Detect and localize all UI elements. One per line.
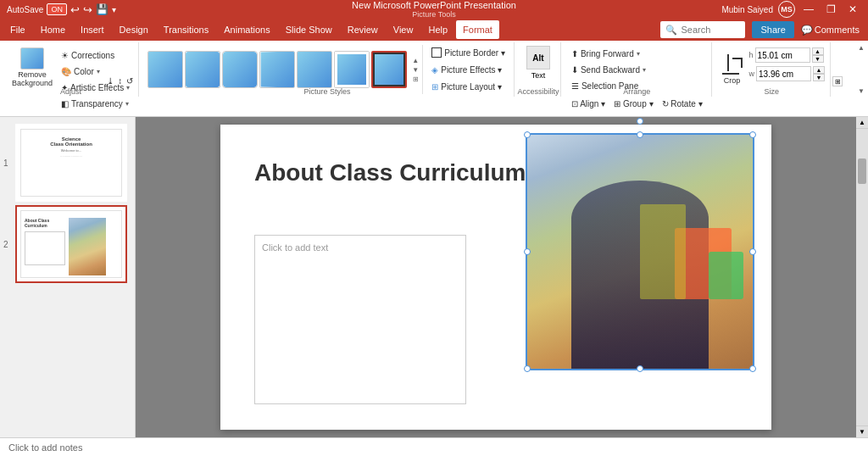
- menu-transitions[interactable]: Transitions: [157, 20, 215, 39]
- menu-home[interactable]: Home: [34, 20, 72, 39]
- pic-style-1[interactable]: [147, 51, 183, 88]
- remove-background-button[interactable]: RemoveBackground: [8, 46, 56, 90]
- search-input[interactable]: [681, 25, 740, 35]
- app-title: New Microsoft PowerPoint Presentation: [352, 0, 516, 10]
- arrange-label: Arrange: [563, 87, 711, 97]
- slide-1-thumbnail[interactable]: ScienceClass Orientation Welcome to... .…: [15, 124, 127, 202]
- scroll-thumb[interactable]: [858, 158, 866, 184]
- remove-bg-icon: [20, 47, 44, 70]
- slide-2-content: About ClassCurriculum: [20, 210, 122, 278]
- ribbon-scroll-down[interactable]: ▼: [858, 87, 865, 95]
- width-up-button[interactable]: ▲: [813, 66, 825, 74]
- autosave-toggle[interactable]: ON: [47, 3, 67, 15]
- width-down-button[interactable]: ▼: [813, 74, 825, 81]
- text-placeholder[interactable]: Click to add text: [254, 235, 466, 404]
- comments-button[interactable]: 💬 Comments: [796, 23, 865, 37]
- slide-2-thumbnail[interactable]: About ClassCurriculum: [15, 205, 127, 283]
- picture-border-button[interactable]: Picture Border ▾: [428, 45, 509, 60]
- pic-style-5[interactable]: [297, 51, 332, 88]
- rotate-handle[interactable]: [637, 118, 643, 125]
- share-button[interactable]: Share: [752, 21, 793, 38]
- reset-icon: ↺: [126, 76, 133, 86]
- adjust-label: Adjust: [3, 87, 138, 97]
- pic-style-4[interactable]: [259, 51, 295, 88]
- corrections-icon: ☀: [61, 51, 69, 60]
- picture-styles-gallery: [146, 51, 409, 88]
- scroll-up-arrow[interactable]: ▲: [410, 56, 420, 64]
- height-down-button[interactable]: ▼: [812, 55, 824, 63]
- pic-style-6[interactable]: [334, 51, 370, 88]
- change-picture-button[interactable]: ↕: [116, 73, 124, 88]
- height-input[interactable]: [755, 47, 810, 63]
- menu-review[interactable]: Review: [341, 20, 385, 39]
- picture-effects-button[interactable]: ◈ Picture Effects ▾: [428, 62, 509, 77]
- size-expand-button[interactable]: ⊞: [832, 76, 843, 86]
- send-backward-button[interactable]: ⬇ Send Backward ▾: [568, 62, 706, 77]
- ribbon-content: RemoveBackground ☀ Corrections 🎨 Color ▾…: [0, 41, 868, 98]
- accessibility-label: Accessibility: [516, 87, 560, 97]
- menu-format[interactable]: Format: [456, 20, 499, 39]
- compress-icon: ⤓: [107, 76, 114, 86]
- color-icon: 🎨: [61, 67, 71, 76]
- autosave-label: AutoSave: [7, 5, 43, 14]
- scroll-up-button[interactable]: ▲: [856, 117, 868, 129]
- size-group: Crop h ▲ ▼ w ▲: [714, 42, 832, 97]
- alt-text-button[interactable]: Alt Text: [521, 44, 555, 92]
- scroll-track[interactable]: [856, 129, 868, 425]
- bring-forward-icon: ⬆: [571, 49, 578, 58]
- minimize-button[interactable]: —: [800, 1, 817, 18]
- height-label: h: [749, 51, 754, 59]
- width-label: w: [749, 70, 755, 78]
- menu-bar: File Home Insert Design Transitions Anim…: [0, 19, 868, 41]
- slide-panel: 1 ScienceClass Orientation Welcome to...…: [0, 117, 136, 437]
- user-avatar[interactable]: MS: [778, 1, 795, 18]
- pic-style-3[interactable]: [222, 51, 258, 88]
- align-button[interactable]: ⊡ Align ▾: [568, 96, 609, 111]
- restore-button[interactable]: ❐: [822, 1, 839, 18]
- bring-forward-button[interactable]: ⬆ Bring Forward ▾: [568, 46, 706, 61]
- scroll-expand-arrow[interactable]: ⊞: [410, 75, 420, 83]
- pic-style-7[interactable]: [371, 51, 407, 88]
- customize-qat-icon[interactable]: ▾: [112, 5, 116, 14]
- save-icon[interactable]: 💾: [96, 3, 108, 15]
- menu-view[interactable]: View: [387, 20, 420, 39]
- user-name: Mubin Saiyed: [721, 5, 773, 14]
- size-label: Size: [714, 87, 831, 97]
- redo-icon[interactable]: ↪: [83, 3, 92, 16]
- height-up-button[interactable]: ▲: [812, 47, 824, 55]
- transparency-button[interactable]: ◧ Transparency ▾: [58, 96, 133, 111]
- width-input[interactable]: [756, 66, 811, 81]
- ribbon-scroll-up[interactable]: ▲: [858, 44, 865, 52]
- transparency-icon: ◧: [61, 99, 69, 108]
- styles-scroll[interactable]: ▲ ▼ ⊞: [410, 56, 420, 83]
- right-scrollbar: ▲ ▼: [856, 117, 868, 437]
- scroll-down-arrow[interactable]: ▼: [410, 65, 420, 74]
- close-button[interactable]: ✕: [844, 1, 861, 18]
- compress-pictures-button[interactable]: ⤓: [105, 73, 115, 88]
- menu-slideshow[interactable]: Slide Show: [279, 20, 339, 39]
- menu-file[interactable]: File: [3, 20, 32, 39]
- menu-help[interactable]: Help: [421, 20, 454, 39]
- scroll-down-button[interactable]: ▼: [856, 425, 868, 437]
- reset-picture-button[interactable]: ↺: [125, 73, 135, 88]
- notes-bar[interactable]: Click to add notes: [0, 437, 868, 456]
- slide-2-number: 2: [3, 240, 12, 249]
- canvas-area[interactable]: About Class Curriculum Click to add text: [136, 117, 856, 437]
- lab-image-content: [526, 133, 754, 370]
- size-inputs: h ▲ ▼ w ▲ ▼: [749, 47, 826, 81]
- crop-button[interactable]: Crop: [719, 47, 746, 92]
- search-box[interactable]: 🔍: [660, 21, 745, 38]
- rotate-button[interactable]: ↻ Rotate ▾: [659, 96, 706, 111]
- group-button[interactable]: ⊞ Group ▾: [610, 96, 656, 111]
- pic-style-2[interactable]: [185, 51, 220, 88]
- menu-insert[interactable]: Insert: [74, 20, 111, 39]
- alt-text-icon: Alt: [526, 46, 550, 70]
- picture-styles-group: ▲ ▼ ⊞ Picture Border ▾ ◈ Picture Effects…: [141, 42, 515, 97]
- placeholder-text: Click to add text: [262, 242, 328, 253]
- undo-icon[interactable]: ↩: [70, 3, 80, 16]
- accessibility-group: Alt Text Accessibility: [516, 42, 561, 97]
- corrections-button[interactable]: ☀ Corrections: [58, 47, 133, 63]
- menu-design[interactable]: Design: [113, 20, 155, 39]
- slide-image[interactable]: [526, 133, 754, 370]
- menu-animations[interactable]: Animations: [217, 20, 276, 39]
